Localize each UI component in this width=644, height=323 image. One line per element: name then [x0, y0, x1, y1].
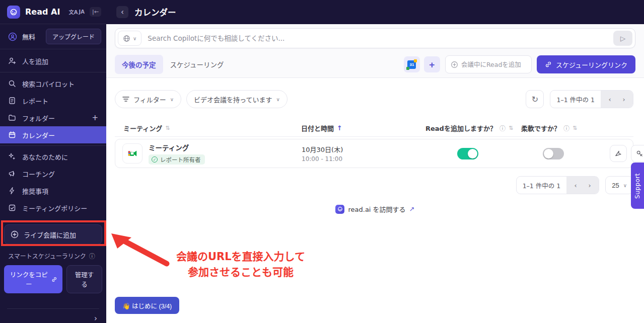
- sort-ascending-icon[interactable]: ↑: [337, 124, 342, 132]
- smart-scheduler-label: スマートスケジューラリンク: [8, 252, 86, 260]
- sidebar-item-calendar[interactable]: カレンダー: [0, 126, 106, 143]
- language-code: JA: [79, 9, 85, 15]
- key-button[interactable]: [631, 145, 644, 162]
- page-title: カレンダー: [134, 6, 176, 18]
- plus-icon: +: [429, 60, 435, 69]
- share-button[interactable]: [610, 145, 627, 162]
- back-button[interactable]: ‹: [116, 6, 128, 18]
- sidebar-item-reports[interactable]: レポート: [0, 92, 106, 109]
- copy-link-label: リンクをコピー: [9, 270, 48, 289]
- sidebar-item-recommendations[interactable]: 推奨事項: [0, 182, 106, 199]
- add-read-input[interactable]: [461, 61, 522, 68]
- megaphone-icon: [8, 170, 16, 178]
- report-icon: [8, 97, 16, 105]
- sidebar-item-label: レポート: [22, 96, 98, 106]
- add-read-toggle[interactable]: [457, 148, 478, 159]
- prev-page-button[interactable]: ‹: [604, 93, 616, 105]
- pagination-nav: ‹ ›: [566, 177, 599, 194]
- read-ai-app: Read AI 文A JA |← 無料 アップグレード 人を追加 検索コパイロッ…: [0, 0, 644, 323]
- getting-started-button[interactable]: 👋 はじめに (3/4): [115, 297, 179, 314]
- meeting-cell: ミーティング ✓ レポート所有者: [115, 142, 302, 165]
- sidebar-item-label: 検索コパイロット: [22, 79, 98, 89]
- collapse-sidebar-icon[interactable]: |←: [90, 7, 101, 17]
- calendar-icon: [8, 131, 16, 139]
- info-icon[interactable]: ⓘ: [499, 124, 506, 132]
- read-ai-logo-icon: [7, 6, 20, 19]
- smart-scheduler-title: スマートスケジューラリンク ⓘ: [8, 252, 98, 260]
- sidebar-item-add-people[interactable]: 人を追加: [0, 52, 106, 69]
- filter-button[interactable]: フィルター ∨: [115, 90, 181, 108]
- chevron-down-icon: ∨: [623, 183, 627, 188]
- divider: [0, 145, 106, 146]
- prev-page-button[interactable]: ‹: [569, 179, 582, 191]
- link-icon: [545, 61, 552, 68]
- page-size-value: 25: [612, 182, 619, 189]
- add-folder-icon[interactable]: +: [92, 113, 98, 122]
- page-size-select[interactable]: 25 ∨: [605, 176, 633, 194]
- copilot-search-input[interactable]: [141, 34, 613, 42]
- meeting-info: ミーティング ✓ レポート所有者: [149, 142, 205, 165]
- sort-icon[interactable]: ⇅: [509, 125, 513, 131]
- filter-label: フィルター: [133, 95, 166, 104]
- flexible-toggle[interactable]: [543, 148, 564, 159]
- column-header-datetime[interactable]: 日付と時間 ↑: [301, 123, 425, 133]
- pagination-nav: ‹ ›: [601, 91, 633, 108]
- sidebar-item-search-copilot[interactable]: 検索コパイロット: [0, 75, 106, 92]
- pagination-bottom: 1–1 件中の 1 ‹ ›: [516, 176, 600, 194]
- plus-circle-icon: [451, 61, 458, 68]
- folder-icon: [8, 114, 16, 122]
- sidebar-item-folders[interactable]: フォルダー +: [0, 109, 106, 126]
- next-page-button[interactable]: ›: [618, 93, 630, 105]
- meeting-title[interactable]: ミーティング: [149, 142, 205, 152]
- check-circle-icon: ✓: [152, 156, 158, 163]
- column-header-flexible[interactable]: 柔軟ですか？ ⓘ ⇅: [521, 123, 609, 133]
- pagination-top: 1–1 件中の 1 ‹ ›: [550, 90, 633, 108]
- link-icon: [51, 276, 57, 283]
- info-icon[interactable]: ⓘ: [563, 124, 569, 132]
- upgrade-button[interactable]: アップグレード: [46, 29, 101, 44]
- language-switcher[interactable]: 文A JA: [67, 7, 87, 17]
- brand-name: Read AI: [25, 7, 64, 17]
- sidebar-item-for-you[interactable]: あなたのために: [0, 148, 106, 165]
- smart-scheduler-actions: リンクをコピー 管理する: [4, 265, 102, 293]
- add-calendar-button[interactable]: +: [424, 56, 440, 72]
- sidebar-item-meeting-policies[interactable]: ミーティングポリシー: [0, 199, 106, 216]
- search-scope-selector[interactable]: ∨: [118, 31, 141, 46]
- visit-read-ai-link[interactable]: read.ai を訪問する: [348, 204, 405, 214]
- annotation-text: 会議のURLを直接入力して 参加させることも可能: [135, 249, 346, 280]
- chevron-down-icon: ∨: [276, 97, 279, 102]
- annotation-line2: 参加させることも可能: [135, 265, 346, 280]
- sort-icon[interactable]: ⇅: [165, 125, 170, 131]
- copy-link-button[interactable]: リンクをコピー: [4, 265, 62, 293]
- scheduling-link-button[interactable]: スケジューリングリンク: [537, 55, 635, 73]
- tab-upcoming[interactable]: 今後の予定: [115, 55, 163, 74]
- expand-chevron-icon[interactable]: ›: [94, 314, 97, 323]
- copilot-search-bar: ∨ ▷: [115, 28, 635, 48]
- refresh-button[interactable]: ↻: [526, 90, 544, 108]
- divider: [7, 308, 99, 309]
- live-meeting-label: ライブ会議に追加: [24, 230, 76, 239]
- policy-icon: [8, 204, 16, 212]
- sidebar-item-coaching[interactable]: コーチング: [0, 165, 106, 182]
- column-header-add-read[interactable]: Readを追加しますか？ ⓘ ⇅: [425, 123, 521, 133]
- add-read-cell: [426, 148, 522, 159]
- sidebar-item-label: コーチング: [22, 169, 98, 179]
- plan-row: 無料 アップグレード: [0, 24, 106, 49]
- support-tab[interactable]: Support: [631, 163, 644, 209]
- sidebar-item-label: カレンダー: [22, 130, 98, 140]
- manage-button[interactable]: 管理する: [66, 265, 102, 293]
- sort-icon[interactable]: ⇅: [573, 125, 577, 131]
- video-conference-filter-button[interactable]: ビデオ会議を持っています ∨: [186, 90, 288, 108]
- tabs-row: 今後の予定 スケジューリング 31 + スケジューリングリンク: [115, 55, 635, 73]
- add-to-live-meeting-button[interactable]: ライブ会議に追加: [4, 224, 102, 245]
- column-header-meeting[interactable]: ミーティング ⇅: [115, 123, 301, 133]
- pagination-bottom-row: 1–1 件中の 1 ‹ › 25 ∨: [516, 176, 633, 194]
- info-icon[interactable]: ⓘ: [89, 252, 95, 260]
- sidebar: Read AI 文A JA |← 無料 アップグレード 人を追加 検索コパイロッ…: [0, 0, 106, 323]
- send-button[interactable]: ▷: [613, 31, 632, 46]
- next-page-button[interactable]: ›: [584, 179, 596, 191]
- tab-scheduling[interactable]: スケジューリング: [163, 55, 231, 74]
- google-calendar-button[interactable]: 31: [404, 56, 420, 72]
- send-icon: ▷: [620, 35, 625, 42]
- table-header: ミーティング ⇅ 日付と時間 ↑ Readを追加しますか？ ⓘ ⇅ 柔軟ですか？…: [115, 120, 633, 137]
